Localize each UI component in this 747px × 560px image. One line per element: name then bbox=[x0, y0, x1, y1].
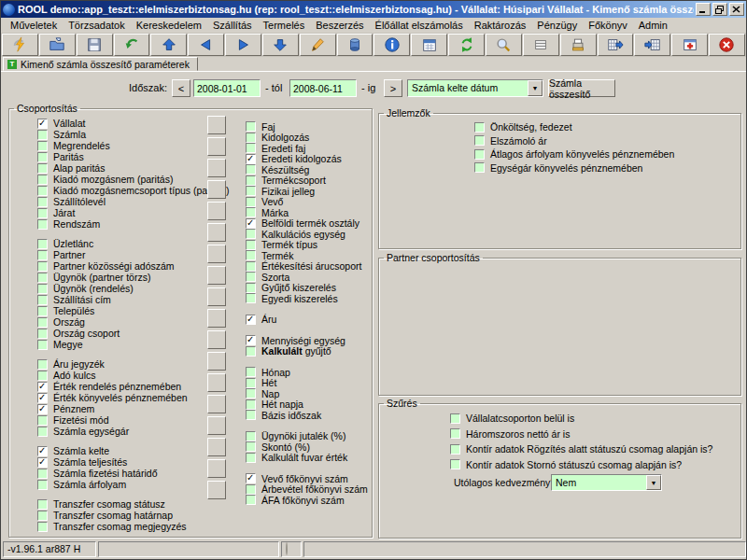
calendar-button[interactable] bbox=[411, 34, 447, 56]
checkbox-item[interactable]: Kalkulációs egység bbox=[246, 229, 368, 240]
checkbox-item[interactable]: Belföldi termék osztály bbox=[246, 218, 368, 230]
checkbox-unchecked[interactable] bbox=[450, 428, 460, 439]
checkbox-item[interactable]: Számla kelte bbox=[37, 445, 230, 456]
checkbox-unchecked[interactable] bbox=[37, 186, 48, 196]
checkbox-unchecked[interactable] bbox=[246, 441, 256, 452]
order-box[interactable] bbox=[207, 137, 226, 156]
order-box[interactable] bbox=[207, 180, 226, 199]
checkbox-unchecked[interactable] bbox=[37, 197, 48, 207]
checkbox-item[interactable]: Elszámoló ár bbox=[474, 134, 674, 148]
navigate-bottom-button[interactable] bbox=[262, 34, 299, 56]
period-next-button[interactable]: > bbox=[384, 79, 402, 97]
checkbox-item[interactable]: Kiadó mozgásnem (paritás) bbox=[37, 174, 230, 185]
menu-item[interactable]: Raktározás bbox=[469, 19, 532, 32]
checkbox-item[interactable]: Szállítólevél bbox=[37, 196, 230, 207]
checkbox-unchecked[interactable] bbox=[246, 229, 256, 239]
navigate-top-button[interactable] bbox=[150, 34, 187, 56]
checkbox-unchecked[interactable] bbox=[474, 122, 485, 133]
order-box[interactable] bbox=[207, 245, 226, 263]
order-box[interactable] bbox=[207, 481, 226, 499]
checkbox-item[interactable]: ÁFA főkönyvi szám bbox=[246, 495, 368, 506]
checkbox-item[interactable]: Ügynöki jutalék (%) bbox=[246, 431, 368, 442]
checkbox-unchecked[interactable] bbox=[246, 261, 256, 272]
checkbox-item[interactable]: Fizikai jelleg bbox=[246, 186, 368, 197]
checkbox-item[interactable]: Járat bbox=[37, 207, 230, 218]
checkbox-item[interactable]: Vevő főkönyvi szám bbox=[246, 473, 368, 484]
checkbox-unchecked[interactable] bbox=[37, 273, 48, 283]
order-box[interactable] bbox=[207, 159, 226, 177]
checkbox-item[interactable]: Bázis időszak bbox=[246, 410, 368, 421]
order-box[interactable] bbox=[207, 416, 226, 435]
menu-item[interactable]: Admin bbox=[633, 19, 673, 32]
order-box[interactable] bbox=[207, 373, 226, 392]
menu-item[interactable]: Főkönyv bbox=[583, 19, 633, 32]
checkbox-item[interactable]: Partner közösségi adószám bbox=[37, 260, 230, 272]
order-box[interactable] bbox=[207, 438, 226, 456]
checkbox-unchecked[interactable] bbox=[37, 329, 48, 339]
checkbox-unchecked[interactable] bbox=[37, 469, 48, 479]
close-window-button[interactable] bbox=[729, 3, 744, 16]
checkbox-item[interactable]: Transzfer csomag határnap bbox=[37, 510, 230, 521]
checkbox-unchecked[interactable] bbox=[37, 499, 48, 510]
checkbox-item[interactable]: Számla árfolyam bbox=[37, 479, 230, 490]
checkbox-item[interactable]: Adó kulcs bbox=[37, 370, 230, 381]
summary-button[interactable]: Számla összesítő bbox=[548, 79, 615, 97]
checkbox-unchecked[interactable] bbox=[246, 484, 256, 495]
checkbox-unchecked[interactable] bbox=[37, 427, 48, 437]
previous-button[interactable] bbox=[188, 34, 224, 56]
order-box[interactable] bbox=[207, 330, 226, 349]
order-box[interactable] bbox=[207, 266, 226, 285]
checkbox-checked[interactable] bbox=[37, 404, 48, 414]
checkbox-checked[interactable] bbox=[37, 119, 48, 129]
checkbox-unchecked[interactable] bbox=[37, 219, 48, 230]
checkbox-unchecked[interactable] bbox=[246, 250, 256, 260]
checkbox-unchecked[interactable] bbox=[246, 453, 256, 463]
checkbox-unchecked[interactable] bbox=[474, 149, 485, 160]
order-box[interactable] bbox=[207, 202, 226, 220]
checkbox-item[interactable]: Hónap bbox=[246, 367, 368, 378]
kedvezmeny-combobox[interactable]: Nem ▼ bbox=[551, 474, 662, 491]
checkbox-unchecked[interactable] bbox=[37, 261, 48, 272]
checkbox-unchecked[interactable] bbox=[246, 175, 256, 186]
checkbox-checked[interactable] bbox=[246, 473, 256, 483]
checkbox-unchecked[interactable] bbox=[37, 284, 48, 294]
checkbox-item[interactable]: Üzletlánc bbox=[37, 238, 230, 249]
checkbox-unchecked[interactable] bbox=[246, 186, 256, 196]
table-export-button[interactable] bbox=[598, 34, 634, 56]
info-button[interactable] bbox=[374, 34, 410, 56]
checkbox-checked[interactable] bbox=[37, 393, 48, 403]
checkbox-item[interactable]: Érték rendelés pénznemében bbox=[37, 381, 230, 392]
checkbox-unchecked[interactable] bbox=[474, 135, 485, 146]
checkbox-unchecked[interactable] bbox=[37, 359, 48, 370]
menu-item[interactable]: Élőállat elszámolás bbox=[370, 19, 469, 32]
order-box[interactable] bbox=[207, 352, 226, 371]
checkbox-item[interactable]: Önköltség, fedezet bbox=[474, 120, 674, 134]
checkbox-item[interactable]: Vállalat bbox=[37, 118, 230, 129]
checkbox-item[interactable]: Nap bbox=[246, 388, 368, 399]
checkbox-item[interactable]: Vállalatcsoporton belül is bbox=[450, 411, 712, 427]
checkbox-item[interactable]: Kidolgozás bbox=[246, 133, 368, 144]
checkbox-item[interactable]: Rendszám bbox=[37, 218, 230, 230]
checkbox-unchecked[interactable] bbox=[246, 240, 256, 250]
checkbox-unchecked[interactable] bbox=[246, 388, 256, 399]
checkbox-item[interactable]: Kontír adatok Rögzítés alatt státuszú cs… bbox=[450, 441, 712, 457]
table-import-button[interactable] bbox=[634, 34, 670, 56]
checkbox-unchecked[interactable] bbox=[37, 340, 48, 350]
checkbox-item[interactable]: Termék bbox=[246, 250, 368, 261]
checkbox-unchecked[interactable] bbox=[246, 272, 256, 282]
order-box[interactable] bbox=[207, 459, 226, 478]
checkbox-item[interactable]: Kalkulált gyűjtő bbox=[246, 346, 368, 357]
checkbox-unchecked[interactable] bbox=[474, 162, 485, 173]
checkbox-item[interactable]: Szorta bbox=[246, 272, 368, 283]
search-button[interactable] bbox=[486, 34, 522, 56]
checkbox-checked[interactable] bbox=[37, 457, 48, 468]
checkbox-unchecked[interactable] bbox=[450, 444, 460, 455]
checkbox-item[interactable]: Ország bbox=[37, 316, 230, 328]
checkbox-unchecked[interactable] bbox=[37, 480, 48, 490]
checkbox-item[interactable]: Ügynök (partner törzs) bbox=[37, 272, 230, 283]
checkbox-unchecked[interactable] bbox=[246, 293, 256, 303]
checkbox-item[interactable]: Egyedi kiszerelés bbox=[246, 293, 368, 304]
checkbox-item[interactable]: Eredeti faj bbox=[246, 143, 368, 154]
checkbox-item[interactable]: Árbevétel főkönyvi szám bbox=[246, 484, 368, 496]
checkbox-item[interactable]: Készültség bbox=[246, 164, 368, 175]
